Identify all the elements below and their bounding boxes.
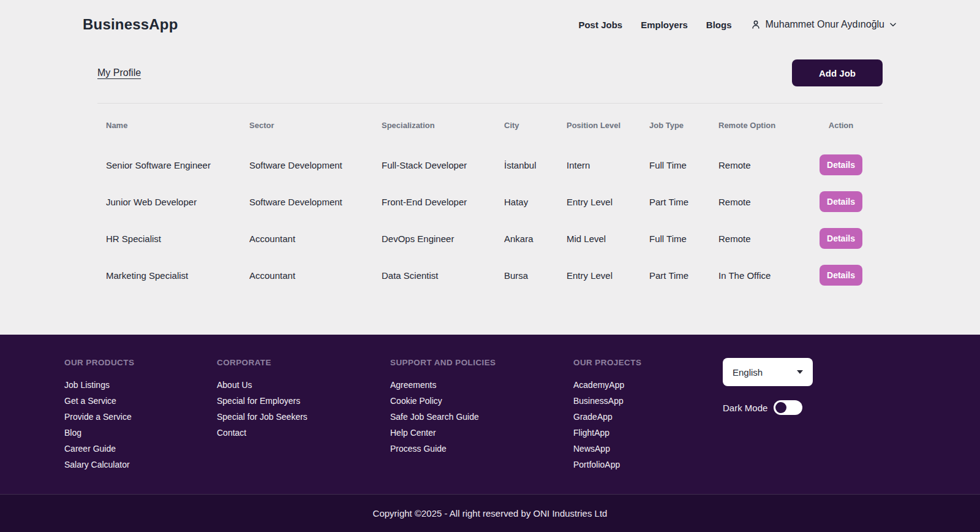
main-content: My Profile Add Job Name Sector Specializ…	[0, 49, 980, 335]
job-position-level: Entry Level	[567, 270, 649, 281]
dark-mode-label: Dark Mode	[723, 403, 767, 413]
column-header-city: City	[504, 121, 567, 130]
language-select[interactable]: English	[723, 358, 813, 386]
job-sector: Software Development	[249, 160, 382, 170]
table-row: Junior Web Developer Software Developmen…	[106, 183, 883, 220]
footer-link[interactable]: GradeApp	[573, 409, 723, 425]
dark-mode-toggle[interactable]	[774, 400, 802, 415]
header: BusinessApp Post Jobs Employers Blogs Mu…	[0, 0, 980, 49]
job-name: HR Specialist	[106, 234, 249, 244]
job-position-level: Entry Level	[567, 197, 649, 207]
job-city: İstanbul	[504, 160, 567, 170]
footer-link[interactable]: Get a Service	[64, 393, 217, 409]
table-row: Marketing Specialist Accountant Data Sci…	[106, 257, 883, 294]
job-type: Part Time	[649, 270, 718, 281]
column-header-specialization: Specialization	[382, 121, 504, 130]
footer-link[interactable]: Blog	[64, 425, 217, 441]
job-type: Full Time	[649, 160, 718, 170]
column-header-job-type: Job Type	[649, 121, 718, 130]
details-button[interactable]: Details	[820, 228, 862, 249]
details-button[interactable]: Details	[820, 154, 862, 175]
copyright-bar: Copyright ©2025 - All right reserved by …	[0, 494, 980, 532]
nav-post-jobs[interactable]: Post Jobs	[578, 20, 622, 30]
user-name: Muhammet Onur Aydınoğlu	[766, 19, 884, 30]
footer-link[interactable]: Special for Employers	[217, 393, 390, 409]
table-header-row: Name Sector Specialization City Position…	[106, 104, 883, 146]
column-header-position-level: Position Level	[567, 121, 649, 130]
footer-link[interactable]: AcademyApp	[573, 377, 723, 393]
footer-link[interactable]: Process Guide	[390, 441, 573, 457]
column-header-sector: Sector	[249, 121, 382, 130]
job-position-level: Intern	[567, 160, 649, 170]
job-type: Part Time	[649, 197, 718, 207]
toggle-knob	[775, 402, 786, 413]
footer-link[interactable]: Career Guide	[64, 441, 217, 457]
footer-column-corporate: CORPORATE About Us Special for Employers…	[217, 358, 390, 473]
job-name: Senior Software Engineer	[106, 160, 249, 170]
add-job-button[interactable]: Add Job	[792, 59, 883, 86]
page: BusinessApp Post Jobs Employers Blogs Mu…	[0, 0, 980, 532]
nav-blogs[interactable]: Blogs	[706, 20, 732, 30]
user-menu[interactable]: Muhammet Onur Aydınoğlu	[750, 19, 897, 30]
my-profile-link[interactable]: My Profile	[97, 67, 141, 78]
footer-link[interactable]: Special for Job Seekers	[217, 409, 390, 425]
job-specialization: Front-End Developer	[382, 197, 504, 207]
details-button[interactable]: Details	[820, 265, 862, 286]
footer-link[interactable]: NewsApp	[573, 441, 723, 457]
user-icon	[750, 19, 761, 30]
job-city: Ankara	[504, 234, 567, 244]
job-type: Full Time	[649, 234, 718, 244]
job-specialization: DevOps Engineer	[382, 234, 504, 244]
footer-link[interactable]: Job Listings	[64, 377, 217, 393]
copyright-text: Copyright ©2025 - All right reserved by …	[373, 508, 608, 519]
details-button[interactable]: Details	[820, 191, 862, 212]
column-header-name: Name	[106, 121, 249, 130]
footer-heading: SUPPORT AND POLICIES	[390, 358, 573, 367]
chevron-down-icon	[889, 20, 897, 29]
main-nav: Post Jobs Employers Blogs Muhammet Onur …	[578, 19, 897, 30]
footer: OUR PRODUCTS Job Listings Get a Service …	[0, 335, 980, 494]
footer-settings: English Dark Mode	[723, 358, 916, 473]
table-row: Senior Software Engineer Software Develo…	[106, 146, 883, 183]
jobs-table: Name Sector Specialization City Position…	[97, 104, 883, 294]
footer-link[interactable]: PortfolioApp	[573, 457, 723, 473]
job-position-level: Mid Level	[567, 234, 649, 244]
footer-link[interactable]: FlightApp	[573, 425, 723, 441]
footer-heading: CORPORATE	[217, 358, 390, 367]
app-logo[interactable]: BusinessApp	[83, 16, 178, 33]
toolbar: My Profile Add Job	[97, 49, 883, 86]
footer-link[interactable]: Cookie Policy	[390, 393, 573, 409]
footer-link[interactable]: Salary Calculator	[64, 457, 217, 473]
footer-column-our-products: OUR PRODUCTS Job Listings Get a Service …	[64, 358, 217, 473]
job-city: Hatay	[504, 197, 567, 207]
table-row: HR Specialist Accountant DevOps Engineer…	[106, 220, 883, 257]
column-header-action: Action	[820, 121, 862, 130]
footer-link[interactable]: About Us	[217, 377, 390, 393]
footer-column-our-projects: OUR PROJECTS AcademyApp BusinessApp Grad…	[573, 358, 723, 473]
job-sector: Software Development	[249, 197, 382, 207]
footer-link[interactable]: Contact	[217, 425, 390, 441]
job-sector: Accountant	[249, 270, 382, 281]
job-name: Junior Web Developer	[106, 197, 249, 207]
caret-down-icon	[797, 370, 803, 374]
column-header-remote-option: Remote Option	[718, 121, 820, 130]
footer-link[interactable]: Agreements	[390, 377, 573, 393]
job-remote-option: Remote	[718, 160, 820, 170]
job-specialization: Full-Stack Developer	[382, 160, 504, 170]
job-remote-option: Remote	[718, 234, 820, 244]
footer-heading: OUR PROJECTS	[573, 358, 723, 367]
footer-link[interactable]: Help Center	[390, 425, 573, 441]
language-select-value: English	[733, 367, 763, 378]
footer-link[interactable]: BusinessApp	[573, 393, 723, 409]
job-name: Marketing Specialist	[106, 270, 249, 281]
footer-heading: OUR PRODUCTS	[64, 358, 217, 367]
footer-column-support-policies: SUPPORT AND POLICIES Agreements Cookie P…	[390, 358, 573, 473]
job-remote-option: Remote	[718, 197, 820, 207]
job-sector: Accountant	[249, 234, 382, 244]
job-city: Bursa	[504, 270, 567, 281]
job-specialization: Data Scientist	[382, 270, 504, 281]
footer-link[interactable]: Provide a Service	[64, 409, 217, 425]
job-remote-option: In The Office	[718, 270, 820, 281]
footer-link[interactable]: Safe Job Search Guide	[390, 409, 573, 425]
nav-employers[interactable]: Employers	[641, 20, 688, 30]
